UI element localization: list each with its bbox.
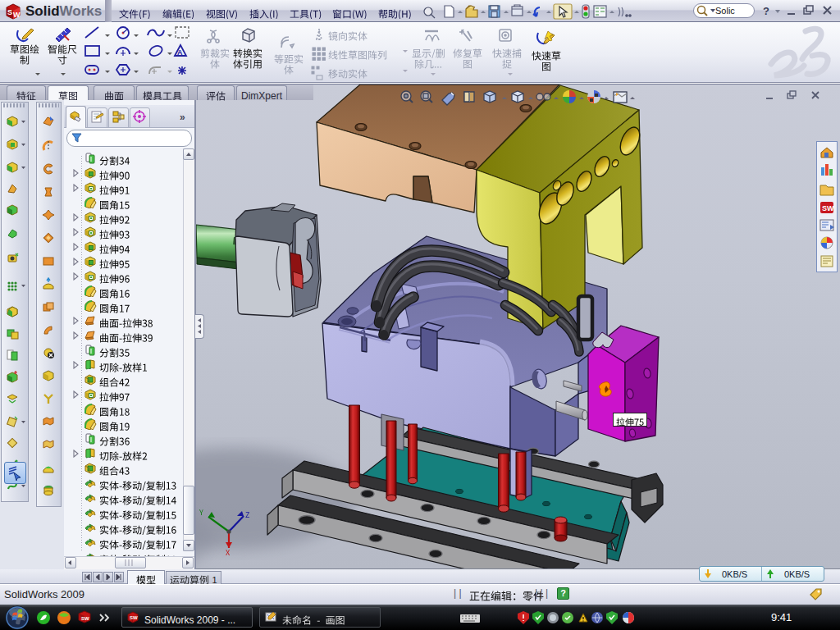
- svg-text:A: A: [177, 48, 183, 57]
- svg-text:SW: SW: [130, 615, 138, 620]
- svg-text:S: S: [7, 8, 12, 16]
- svg-text:W: W: [13, 11, 21, 19]
- svg-text:SW: SW: [822, 204, 834, 212]
- svg-text:SW: SW: [81, 616, 89, 621]
